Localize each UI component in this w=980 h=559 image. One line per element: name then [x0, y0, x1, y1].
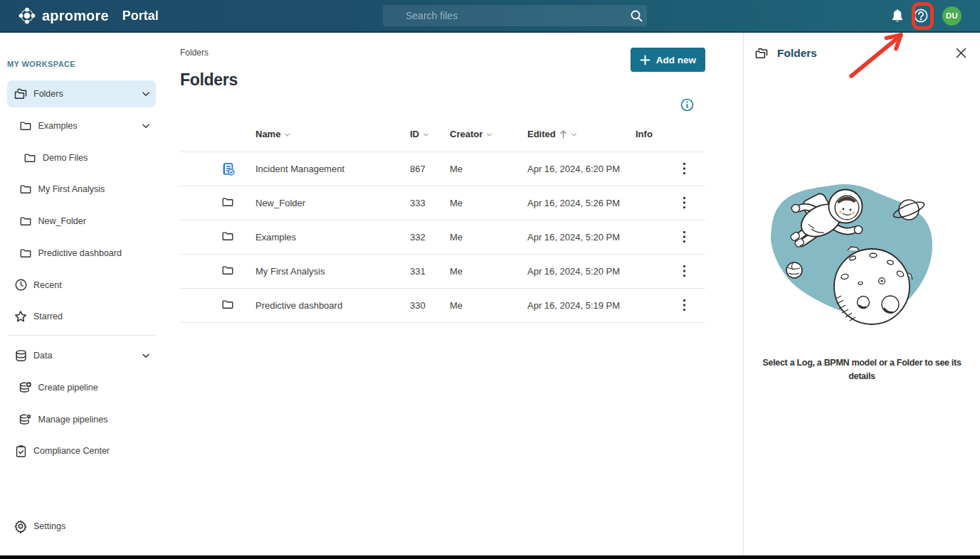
cell-info [636, 186, 705, 220]
column-label: Name [255, 129, 280, 139]
row-menu-kebab-icon[interactable] [678, 297, 690, 313]
column-header-id[interactable]: ID [410, 117, 450, 151]
sidebar-item-label: Recent [33, 280, 62, 290]
breadcrumb[interactable]: Folders [180, 48, 705, 58]
database-gear-icon [19, 412, 33, 427]
row-menu-kebab-icon[interactable] [678, 195, 690, 211]
column-label: Info [636, 129, 653, 139]
brand-name: apromore [42, 8, 109, 24]
table-row-my-first-analysis[interactable]: My First Analysis331MeApr 16, 2024, 5:20… [180, 254, 705, 288]
plus-icon [640, 55, 650, 65]
sidebar-bottom: Settings [0, 513, 163, 540]
sidebar-item-predictive-dashboard[interactable]: Predictive dashboard [7, 240, 156, 267]
sort-caret-icon [571, 132, 577, 138]
folder-icon [19, 246, 33, 260]
chevron-down-icon[interactable] [141, 121, 151, 131]
cell-name[interactable]: Predictive dashboard [255, 288, 410, 322]
cell-edited: Apr 16, 2024, 5:26 PM [527, 186, 636, 220]
topbar-actions: DU [888, 0, 980, 31]
details-panel: Folders [743, 33, 980, 555]
row-menu-kebab-icon[interactable] [678, 263, 690, 279]
cell-edited: Apr 16, 2024, 6:20 PM [527, 151, 636, 186]
sidebar-item-manage-pipelines[interactable]: Manage pipelines [7, 406, 156, 433]
cell-name[interactable]: Examples [255, 220, 410, 254]
avatar[interactable]: DU [942, 6, 961, 26]
cell-creator: Me [450, 186, 527, 220]
workspace-section-label: MY WORKSPACE [7, 60, 163, 69]
sidebar-item-folders[interactable]: Folders [7, 80, 156, 107]
table-row-predictive-dashboard[interactable]: Predictive dashboard330MeApr 16, 2024, 5… [180, 288, 705, 322]
folder-icon [221, 298, 236, 312]
column-header-name[interactable]: Name [255, 117, 410, 151]
clipboard-check-icon [14, 444, 28, 458]
sidebar-item-label: Predictive dashboard [38, 248, 122, 258]
details-panel-title: Folders [777, 47, 817, 60]
page-title: Folders [180, 70, 705, 89]
column-header-icon [180, 117, 255, 151]
folder-icon [221, 230, 236, 244]
sidebar-divider [7, 335, 156, 336]
sort-caret-icon [423, 132, 429, 138]
sidebar-item-new-folder[interactable]: New_Folder [7, 208, 156, 235]
cell-edited: Apr 16, 2024, 5:20 PM [527, 254, 636, 288]
sidebar-item-label: New_Folder [38, 216, 86, 226]
cell-info [636, 254, 705, 288]
folder-icon [19, 214, 33, 228]
sidebar-item-create-pipeline[interactable]: Create pipeline [7, 374, 156, 401]
folder-icon [19, 182, 33, 196]
column-header-creator[interactable]: Creator [450, 117, 527, 151]
table-row-new-folder[interactable]: New_Folder333MeApr 16, 2024, 5:26 PM [180, 186, 705, 220]
notifications-bell-icon[interactable] [888, 6, 907, 25]
cell-creator: Me [450, 151, 527, 186]
folder-icon [221, 196, 236, 210]
sidebar-item-examples[interactable]: Examples [7, 112, 156, 139]
column-header-edited[interactable]: Edited [527, 117, 636, 151]
cell-info [636, 151, 705, 186]
sidebar-item-data[interactable]: Data [7, 342, 156, 369]
chevron-down-icon[interactable] [141, 351, 151, 361]
add-new-button[interactable]: Add new [631, 48, 705, 72]
table-toolbar [180, 98, 705, 112]
table-header-row: NameIDCreatorEditedInfo [180, 117, 705, 151]
sidebar-item-compliance-center[interactable]: Compliance Center [7, 437, 156, 464]
column-label: ID [410, 129, 419, 139]
sidebar-item-demo-files[interactable]: Demo Files [7, 144, 156, 171]
star-icon [14, 309, 28, 324]
sidebar-item-label: Create pipeline [38, 383, 98, 393]
chevron-down-icon[interactable] [141, 89, 151, 99]
window-bottom-edge [0, 555, 980, 559]
table-row-incident-management[interactable]: Incident Management867MeApr 16, 2024, 6:… [180, 151, 705, 186]
close-icon[interactable] [955, 47, 967, 59]
row-menu-kebab-icon[interactable] [678, 229, 690, 245]
cell-name[interactable]: Incident Management [255, 151, 410, 186]
cell-name[interactable]: My First Analysis [255, 254, 410, 288]
folders-icon [754, 46, 769, 60]
cell-edited: Apr 16, 2024, 5:20 PM [527, 220, 636, 254]
search-icon[interactable] [626, 5, 647, 26]
add-new-label: Add new [656, 55, 696, 65]
folder-icon [221, 264, 236, 278]
sidebar-item-starred[interactable]: Starred [7, 303, 156, 330]
search-input[interactable] [383, 10, 626, 21]
help-icon[interactable] [912, 6, 930, 25]
apromore-logo-icon [19, 7, 36, 24]
info-icon[interactable] [680, 98, 694, 112]
sort-ascending-icon [559, 129, 567, 139]
files-table: NameIDCreatorEditedInfo Incident Managem… [180, 117, 705, 323]
column-label: Creator [450, 129, 483, 139]
sort-caret-icon [486, 132, 492, 138]
sidebar-item-label: Folders [33, 89, 63, 99]
sidebar-item-my-first-analysis[interactable]: My First Analysis [7, 176, 156, 203]
sidebar-item-recent[interactable]: Recent [7, 272, 156, 299]
row-menu-kebab-icon[interactable] [678, 161, 690, 176]
sidebar-item-label: Manage pipelines [38, 415, 108, 425]
app-title: Portal [122, 9, 159, 23]
database-plus-icon [19, 380, 33, 395]
apromore-logo[interactable]: apromore [19, 7, 109, 24]
sidebar-item-label: Compliance Center [33, 446, 110, 456]
cell-name[interactable]: New_Folder [255, 186, 410, 220]
sidebar-item-settings[interactable]: Settings [7, 513, 156, 540]
sidebar-item-label: Settings [33, 521, 65, 531]
table-row-examples[interactable]: Examples332MeApr 16, 2024, 5:20 PM [180, 220, 705, 254]
sidebar-item-label: Examples [38, 121, 78, 131]
